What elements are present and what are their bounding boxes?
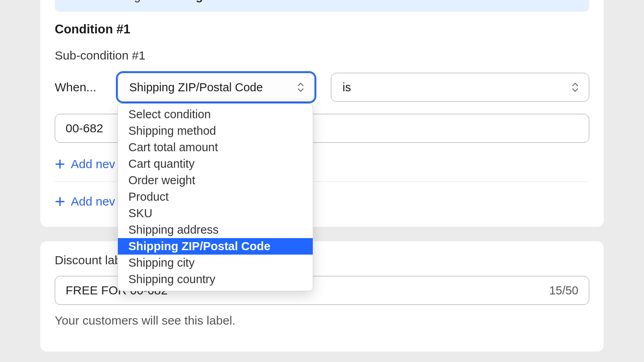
condition-operator-select[interactable]: is	[331, 73, 589, 102]
subcondition-title: Sub-condition #1	[55, 49, 589, 62]
condition-content: Condition #1 Sub-condition #1 When... Sh…	[40, 22, 604, 211]
dropdown-option[interactable]: Shipping method	[118, 123, 313, 139]
caret-updown-icon	[296, 81, 305, 93]
condition-field-dropdown[interactable]: Select conditionShipping methodCart tota…	[118, 103, 313, 291]
dropdown-option[interactable]: Cart total amount	[118, 139, 313, 156]
info-banner: Avoid using conflicting conditions.	[55, 0, 589, 12]
dropdown-option[interactable]: Order weight	[118, 172, 313, 189]
banner-text-suffix: conditions.	[203, 0, 262, 2]
when-label: When...	[55, 80, 101, 94]
condition-operator-value: is	[343, 81, 351, 94]
add-condition-label: Add nev	[71, 195, 115, 208]
dropdown-option[interactable]: Shipping country	[118, 271, 313, 288]
dropdown-option[interactable]: SKU	[118, 205, 313, 222]
banner-text-prefix: Avoid using	[80, 0, 144, 2]
plus-icon	[55, 159, 65, 169]
discount-label-counter: 15/50	[549, 284, 578, 297]
dropdown-option[interactable]: Select condition	[118, 106, 313, 123]
condition-field-value: Shipping ZIP/Postal Code	[129, 81, 263, 94]
dropdown-option[interactable]: Cart quantity	[118, 156, 313, 172]
dropdown-option[interactable]: Shipping address	[118, 222, 313, 238]
caret-updown-icon	[570, 81, 580, 93]
banner-text-bold: conflicting	[144, 0, 203, 2]
condition-field-select[interactable]: Shipping ZIP/Postal Code	[118, 73, 315, 102]
plus-icon	[55, 196, 65, 207]
condition-title: Condition #1	[55, 22, 589, 37]
conditions-card: Avoid using conflicting conditions. Cond…	[40, 0, 604, 227]
discount-label-hint: Your customers will see this label.	[55, 314, 589, 327]
add-subcondition-label: Add nev	[71, 157, 115, 171]
dropdown-option[interactable]: Product	[118, 189, 313, 205]
dropdown-option[interactable]: Shipping ZIP/Postal Code	[118, 238, 313, 255]
condition-row: When... Shipping ZIP/Postal Code Select …	[55, 73, 589, 102]
dropdown-option[interactable]: Shipping city	[118, 255, 313, 271]
condition-value-text: 00-682	[66, 121, 103, 135]
field-select-anchor: Shipping ZIP/Postal Code Select conditio…	[118, 73, 315, 102]
